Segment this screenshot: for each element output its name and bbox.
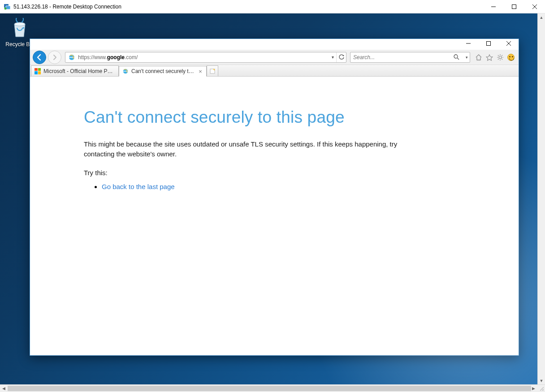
- tab-label: Microsoft - Official Home Page: [43, 68, 116, 74]
- svg-line-16: [457, 58, 459, 60]
- scroll-left-button[interactable]: ◀: [0, 385, 8, 392]
- error-body: This might be because the site uses outd…: [84, 139, 407, 159]
- svg-line-23: [502, 59, 503, 60]
- rdc-minimize-button[interactable]: [483, 0, 504, 13]
- svg-rect-1: [6, 6, 10, 9]
- resize-grip[interactable]: [537, 385, 545, 392]
- ie-window: https://www.google.com/ ▾ ▾: [30, 39, 519, 356]
- svg-rect-10: [486, 42, 490, 46]
- svg-line-29: [540, 387, 544, 391]
- rdc-close-button[interactable]: [524, 0, 545, 13]
- rdc-viewport: Recycle Bin https://ww: [0, 13, 545, 392]
- favorites-icon[interactable]: [485, 53, 493, 61]
- feedback-icon[interactable]: [507, 53, 515, 61]
- ie-navigation-toolbar: https://www.google.com/ ▾ ▾: [30, 50, 519, 65]
- scroll-up-button[interactable]: ▲: [538, 13, 545, 21]
- address-dropdown-button[interactable]: ▾: [329, 55, 336, 60]
- ie-logo-icon: [67, 53, 76, 62]
- forward-button[interactable]: [48, 51, 61, 64]
- tab-close-button[interactable]: ×: [197, 68, 203, 75]
- svg-line-22: [498, 55, 499, 56]
- remote-desktop[interactable]: Recycle Bin https://ww: [0, 13, 537, 384]
- tab-label: Can't connect securely to t...: [131, 68, 195, 74]
- tools-icon[interactable]: [496, 53, 504, 61]
- rdc-horizontal-scrollbar[interactable]: ◀ ▶: [0, 384, 545, 392]
- ie-close-button[interactable]: [498, 39, 519, 48]
- svg-point-17: [499, 56, 502, 59]
- error-try-label: Try this:: [84, 169, 519, 177]
- go-back-link[interactable]: Go back to the last page: [102, 183, 175, 190]
- svg-point-2: [4, 7, 7, 9]
- search-bar[interactable]: ▾: [350, 52, 470, 63]
- ie-titlebar[interactable]: [30, 39, 519, 50]
- svg-point-15: [454, 55, 458, 58]
- svg-line-24: [498, 59, 499, 60]
- tab-error-page[interactable]: Can't connect securely to t... ×: [119, 66, 207, 77]
- svg-line-25: [502, 55, 503, 56]
- search-input[interactable]: [350, 53, 454, 62]
- rdc-window-title: 51.143.226.18 - Remote Desktop Connectio…: [13, 4, 483, 10]
- ie-maximize-button[interactable]: [478, 39, 498, 48]
- rdc-vertical-scrollbar[interactable]: ▲ ▼: [537, 13, 545, 384]
- address-bar[interactable]: https://www.google.com/ ▾: [65, 52, 346, 63]
- ie-tab-strip: Microsoft - Official Home Page Can't con…: [30, 65, 519, 77]
- ie-favicon-icon: [122, 68, 129, 75]
- back-button[interactable]: [33, 51, 46, 64]
- error-title: Can't connect securely to this page: [84, 108, 519, 127]
- rdc-app-icon: [4, 3, 11, 10]
- scroll-down-button[interactable]: ▼: [538, 377, 545, 384]
- recycle-bin-icon: [9, 18, 30, 39]
- rdc-titlebar: 51.143.226.18 - Remote Desktop Connectio…: [0, 0, 545, 13]
- scroll-thumb[interactable]: [8, 386, 531, 391]
- home-icon[interactable]: [475, 53, 483, 61]
- tab-microsoft-home[interactable]: Microsoft - Official Home Page: [31, 65, 119, 76]
- ie-page-content: Can't connect securely to this page This…: [30, 77, 519, 355]
- list-item: Go back to the last page: [102, 183, 519, 190]
- ie-toolbar-icons: [475, 53, 515, 61]
- svg-marker-14: [342, 55, 344, 56]
- search-dropdown-button[interactable]: ▾: [463, 55, 470, 60]
- svg-point-7: [14, 22, 25, 26]
- error-suggestions: Go back to the last page: [84, 183, 519, 190]
- new-tab-button[interactable]: [207, 65, 218, 76]
- scroll-track[interactable]: [8, 385, 530, 392]
- refresh-button[interactable]: [336, 52, 346, 62]
- rdc-maximize-button[interactable]: [504, 0, 524, 13]
- ie-minimize-button[interactable]: [458, 39, 478, 48]
- search-button[interactable]: [454, 54, 463, 60]
- address-url[interactable]: https://www.google.com/: [78, 54, 329, 60]
- svg-rect-4: [512, 4, 516, 9]
- microsoft-favicon-icon: [34, 68, 41, 75]
- svg-line-31: [543, 390, 544, 391]
